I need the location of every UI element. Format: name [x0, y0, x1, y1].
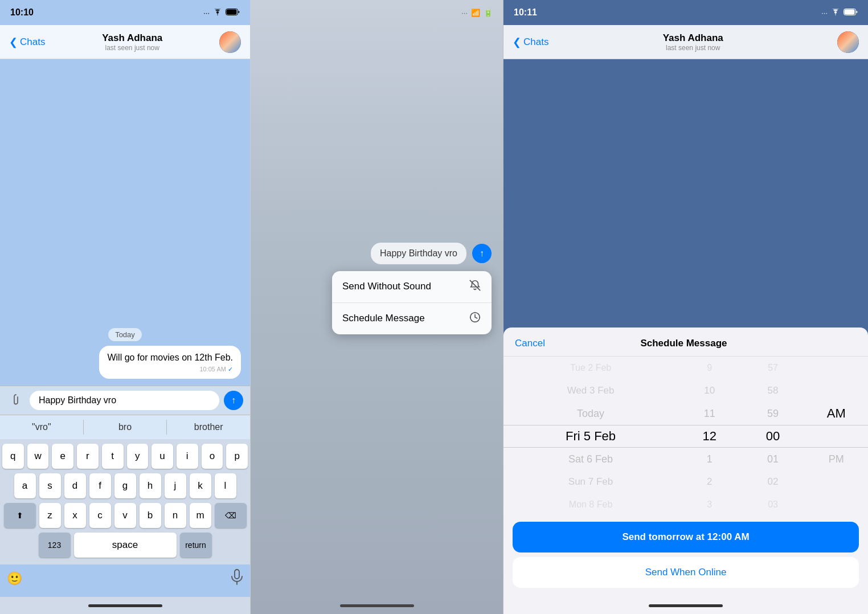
key-g[interactable]: g [114, 473, 136, 498]
key-n[interactable]: n [165, 503, 186, 528]
picker-date-6: Mon 8 Feb [503, 493, 678, 516]
autocomplete-bro[interactable]: bro [84, 420, 167, 435]
panel2-chat-area: Happy Birthday vro ↑ Send Without Sound [251, 25, 503, 597]
key-b[interactable]: b [140, 503, 161, 528]
message-input[interactable] [30, 391, 219, 410]
schedule-header: Cancel Schedule Message [503, 328, 868, 357]
picker-ampm-0 [805, 357, 868, 379]
send-tomorrow-label: Send tomorrow at 12:00 AM [622, 531, 749, 543]
status-bar-2: ··· 📶 🔋 [251, 0, 503, 25]
schedule-message-label: Schedule Message [342, 313, 425, 324]
key-r[interactable]: r [77, 444, 99, 469]
keyboard-row-2: a s d f g h j k l [2, 473, 248, 498]
picker-min-4: 01 [741, 448, 804, 470]
cancel-button[interactable]: Cancel [515, 338, 545, 349]
key-z[interactable]: z [39, 503, 61, 528]
date-separator: Today [108, 328, 142, 341]
avatar-1[interactable] [219, 31, 241, 53]
picker-minute-col[interactable]: 57 58 59 00 01 02 03 [741, 357, 804, 516]
picker-ampm-3 [805, 425, 868, 448]
home-indicator-2 [251, 597, 503, 614]
silent-bell-icon [469, 279, 481, 294]
panel2-bubble-row: Happy Birthday vro ↑ [371, 243, 492, 264]
key-x[interactable]: x [64, 503, 86, 528]
autocomplete-vro[interactable]: "vro" [0, 420, 84, 435]
battery-icon [226, 9, 240, 17]
picker-min-2: 59 [741, 402, 804, 425]
key-u[interactable]: u [152, 444, 173, 469]
send-when-online-label: Send When Online [645, 567, 727, 578]
attach-button[interactable] [7, 391, 25, 410]
status-bar-3: 10:11 ··· [503, 0, 868, 25]
send-button-1[interactable]: ↑ [224, 391, 243, 410]
key-return[interactable]: return [180, 533, 212, 558]
key-o[interactable]: o [202, 444, 223, 469]
contact-name-1: Yash Adhana [102, 32, 162, 44]
avatar-3[interactable] [837, 31, 859, 53]
back-label-1[interactable]: Chats [20, 36, 45, 48]
battery-icon-3 [844, 9, 858, 17]
panel3-schedule: 10:11 ··· ❮ Chat [503, 0, 868, 614]
key-q[interactable]: q [2, 444, 24, 469]
key-c[interactable]: c [89, 503, 111, 528]
key-delete[interactable]: ⌫ [215, 503, 247, 528]
message-text-1: Will go for movies on 12th Feb. [107, 351, 233, 364]
avatar-image-1 [219, 31, 241, 53]
key-shift[interactable]: ⬆ [4, 503, 36, 528]
send-when-online-button[interactable]: Send When Online [513, 557, 859, 588]
key-l[interactable]: l [215, 473, 236, 498]
message-bubble-1: Will go for movies on 12th Feb. 10:05 AM… [99, 346, 241, 379]
key-k[interactable]: k [190, 473, 211, 498]
key-y[interactable]: y [127, 444, 149, 469]
send-without-sound-item[interactable]: Send Without Sound [332, 271, 492, 303]
key-p[interactable]: p [226, 444, 248, 469]
key-a[interactable]: a [14, 473, 36, 498]
date-time-picker[interactable]: Tue 2 Feb Wed 3 Feb Today Fri 5 Feb Sat … [503, 357, 868, 516]
key-f[interactable]: f [89, 473, 111, 498]
home-bar-1 [88, 604, 162, 607]
status-icons-2: ··· 📶 🔋 [461, 9, 493, 17]
keyboard: q w e r t y u i o p a s d f g h j k l ⬆ … [0, 439, 250, 564]
picker-date-1: Wed 3 Feb [503, 379, 678, 402]
key-w[interactable]: w [27, 444, 49, 469]
keyboard-row-1: q w e r t y u i o p [2, 444, 248, 469]
key-s[interactable]: s [39, 473, 61, 498]
message-time-1: 10:05 AM ✓ [107, 366, 233, 373]
chat-area-1: Today Will go for movies on 12th Feb. 10… [0, 59, 250, 386]
picker-ampm-4: PM [805, 448, 868, 470]
back-label-3[interactable]: Chats [523, 36, 548, 48]
picker-date-col[interactable]: Tue 2 Feb Wed 3 Feb Today Fri 5 Feb Sat … [503, 357, 678, 516]
key-d[interactable]: d [64, 473, 86, 498]
key-space[interactable]: space [74, 533, 177, 558]
status-time-1: 10:10 [10, 7, 34, 18]
key-t[interactable]: t [102, 444, 124, 469]
picker-hour-col[interactable]: 9 10 11 12 1 2 3 [678, 357, 741, 516]
send-up-arrow-icon: ↑ [231, 395, 236, 406]
send-tomorrow-button[interactable]: Send tomorrow at 12:00 AM [513, 522, 859, 552]
microphone-button[interactable] [231, 569, 243, 588]
key-h[interactable]: h [140, 473, 161, 498]
key-v[interactable]: v [114, 503, 136, 528]
picker-hour-4: 1 [678, 448, 741, 470]
autocomplete-brother[interactable]: brother [167, 420, 250, 435]
contact-status-1: last seen just now [102, 44, 162, 52]
nav-bar-1: ❮ Chats Yash Adhana last seen just now [0, 25, 250, 59]
emoji-button[interactable]: 🙂 [7, 571, 22, 586]
key-m[interactable]: m [190, 503, 211, 528]
picker-ampm-col[interactable]: AM PM [805, 357, 868, 516]
key-123[interactable]: 123 [39, 533, 71, 558]
panel2-send-btn[interactable]: ↑ [472, 244, 492, 263]
key-j[interactable]: j [165, 473, 186, 498]
picker-ampm-5 [805, 470, 868, 493]
back-button-3[interactable]: ❮ Chats [513, 36, 548, 48]
back-button-1[interactable]: ❮ Chats [9, 36, 45, 48]
home-bar-2 [340, 604, 414, 607]
schedule-title: Schedule Message [640, 338, 727, 349]
status-icons-3: ··· [821, 9, 858, 17]
picker-date-0: Tue 2 Feb [503, 357, 678, 379]
key-e[interactable]: e [52, 444, 73, 469]
key-i[interactable]: i [177, 444, 198, 469]
schedule-message-item[interactable]: Schedule Message [332, 303, 492, 334]
chevron-left-icon-3: ❮ [513, 36, 521, 48]
panel1-chat-with-keyboard: 10:10 ··· ❮ Chat [0, 0, 251, 614]
